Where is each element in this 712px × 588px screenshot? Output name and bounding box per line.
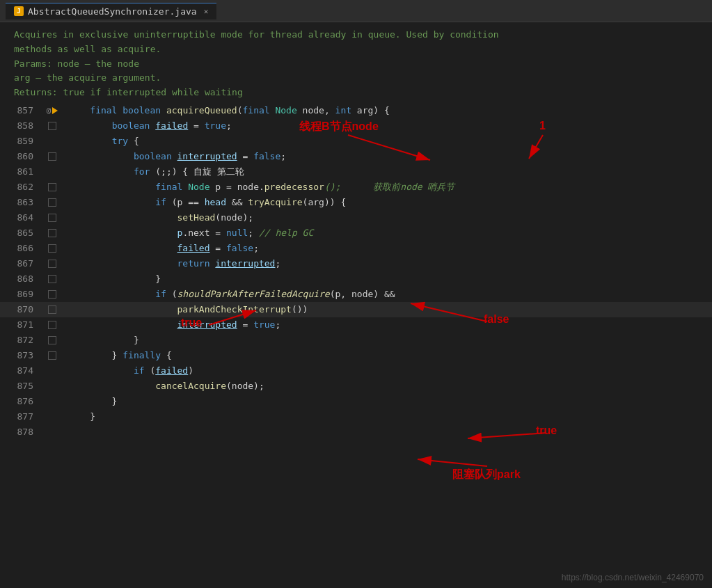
code-line: 873 } finally { xyxy=(0,348,712,363)
title-bar: J AbstractQueuedSynchronizer.java ✕ xyxy=(0,0,712,22)
line-indicator xyxy=(42,210,63,225)
bookmark-icon xyxy=(48,244,56,253)
line-content: for (;;) { 自旋 第二轮 xyxy=(63,164,712,180)
code-line: 866 failed = false; xyxy=(0,241,712,256)
svg-line-6 xyxy=(418,459,487,466)
line-indicator xyxy=(42,333,63,348)
line-number: 858 xyxy=(0,118,42,134)
line-number: 868 xyxy=(0,271,42,287)
bookmark-icon xyxy=(48,321,56,329)
line-number: 875 xyxy=(0,379,42,394)
code-line: 867 return interrupted; xyxy=(0,256,712,271)
line-indicator xyxy=(42,134,63,149)
doc-params: Params: node – the node xyxy=(14,57,698,72)
line-number: 857 xyxy=(0,103,42,118)
line-number: 867 xyxy=(0,256,42,271)
line-indicator xyxy=(42,409,63,424)
line-indicator xyxy=(42,302,63,317)
line-indicator xyxy=(42,195,63,210)
code-lines: 857@ final boolean acquireQueued(final N… xyxy=(0,103,712,440)
line-number: 874 xyxy=(0,363,42,379)
bookmark-icon xyxy=(48,275,56,283)
doc-arg: arg – the acquire argument. xyxy=(14,71,698,86)
line-content: if (p == head && tryAcquire(arg)) { xyxy=(63,195,712,210)
line-number: 871 xyxy=(0,317,42,333)
tab-close-button[interactable]: ✕ xyxy=(204,7,209,16)
line-indicator xyxy=(42,180,63,195)
line-number: 877 xyxy=(0,409,42,424)
line-content: cancelAcquire(node); xyxy=(63,379,712,394)
bookmark-icon xyxy=(48,152,56,161)
bookmark-icon xyxy=(48,122,56,130)
line-content: setHead(node); xyxy=(63,210,712,225)
bookmark-icon xyxy=(48,183,56,191)
bookmark-icon xyxy=(48,336,56,344)
line-content: failed = false; xyxy=(63,241,712,256)
bookmark-icon xyxy=(48,305,56,314)
watermark: https://blog.csdn.net/weixin_42469070 xyxy=(562,573,704,582)
line-content: } finally { xyxy=(63,348,712,363)
line-content: } xyxy=(63,271,712,287)
line-indicator xyxy=(42,241,63,256)
line-number: 863 xyxy=(0,195,42,210)
bookmark-icon xyxy=(48,351,56,360)
doc-line1: Acquires in exclusive uninterruptible mo… xyxy=(14,28,698,42)
line-content: if (shouldParkAfterFailedAcquire(p, node… xyxy=(63,287,712,302)
code-area: Acquires in exclusive uninterruptible mo… xyxy=(0,22,712,588)
code-line: 871 interrupted = true; xyxy=(0,317,712,333)
code-line: 875 cancelAcquire(node); xyxy=(0,379,712,394)
code-line: 878 xyxy=(0,424,712,440)
annotation-block-queue: 阻塞队列park xyxy=(452,468,521,482)
line-content: } xyxy=(63,333,712,348)
bookmark-icon xyxy=(48,229,56,237)
line-content: p.next = null; // help GC xyxy=(63,225,712,241)
code-line: 857@ final boolean acquireQueued(final N… xyxy=(0,103,712,118)
code-line: 876 } xyxy=(0,394,712,409)
line-indicator xyxy=(42,394,63,409)
code-line: 859 try { xyxy=(0,134,712,149)
code-line: 870 parkAndCheckInterrupt()) xyxy=(0,302,712,317)
line-content: } xyxy=(63,409,712,424)
line-number: 861 xyxy=(0,164,42,180)
bookmark-icon xyxy=(48,260,56,268)
code-line: 869 if (shouldParkAfterFailedAcquire(p, … xyxy=(0,287,712,302)
code-line: 874 if (failed) xyxy=(0,363,712,379)
code-line: 868 } xyxy=(0,271,712,287)
line-content: parkAndCheckInterrupt()) xyxy=(63,302,712,317)
line-number: 862 xyxy=(0,180,42,195)
line-number: 878 xyxy=(0,424,42,440)
line-number: 864 xyxy=(0,210,42,225)
line-content: try { xyxy=(63,134,712,149)
line-indicator xyxy=(42,379,63,394)
code-line: 877 } xyxy=(0,409,712,424)
code-line: 872 } xyxy=(0,333,712,348)
line-indicator xyxy=(42,348,63,363)
line-content: } xyxy=(63,394,712,409)
line-indicator xyxy=(42,225,63,241)
java-file-icon: J xyxy=(14,6,24,16)
code-line: 858 boolean failed = true; xyxy=(0,118,712,134)
line-number: 860 xyxy=(0,149,42,164)
doc-returns: Returns: true if interrupted while waiti… xyxy=(14,86,698,100)
line-number: 866 xyxy=(0,241,42,256)
editor-area: Acquires in exclusive uninterruptible mo… xyxy=(0,22,712,588)
line-content: final boolean acquireQueued(final Node n… xyxy=(63,103,712,118)
line-number: 873 xyxy=(0,348,42,363)
code-line: 864 setHead(node); xyxy=(0,210,712,225)
bookmark-icon xyxy=(48,214,56,222)
line-indicator xyxy=(42,149,63,164)
line-indicator xyxy=(42,424,63,440)
line-number: 876 xyxy=(0,394,42,409)
bookmark-icon xyxy=(48,290,56,299)
line-indicator xyxy=(42,363,63,379)
line-number: 869 xyxy=(0,287,42,302)
line-number: 859 xyxy=(0,134,42,149)
doc-line2: methods as well as acquire. xyxy=(14,42,698,57)
line-number: 865 xyxy=(0,225,42,241)
file-tab[interactable]: J AbstractQueuedSynchronizer.java ✕ xyxy=(6,3,216,19)
code-line: 861 for (;;) { 自旋 第二轮 xyxy=(0,164,712,180)
line-indicator xyxy=(42,118,63,134)
code-line: 865 p.next = null; // help GC xyxy=(0,225,712,241)
line-indicator xyxy=(42,256,63,271)
line-indicator xyxy=(42,271,63,287)
